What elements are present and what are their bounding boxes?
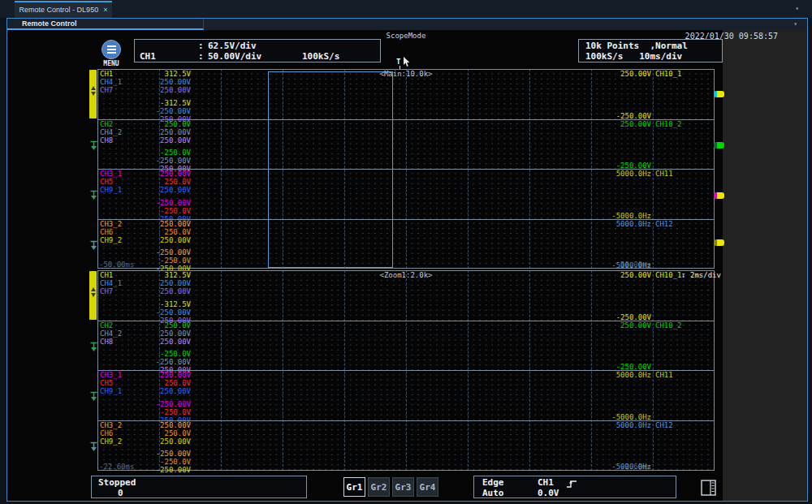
channel-lower-value: -250.00V bbox=[130, 157, 191, 165]
channel-upper-value: 250.0V bbox=[130, 429, 191, 437]
right-scale-lower: -5000.0Hz bbox=[581, 261, 651, 269]
title-bar: Remote Control - DL950× ▾ bbox=[0, 0, 812, 18]
ground-marker-icon[interactable] bbox=[89, 390, 98, 400]
acquisition-status-box[interactable]: Stopped 0 bbox=[91, 476, 307, 498]
hamburger-menu-icon bbox=[102, 40, 121, 59]
scope-screen: ScopeMode 2022/01/30 09:58:57 MENU CH1 :… bbox=[7, 30, 807, 501]
channel-label: CH3_1 bbox=[100, 170, 122, 178]
channel-lower-value: -250.00V bbox=[130, 248, 191, 256]
right-channel-name: CH10_2 bbox=[655, 120, 682, 128]
colon: : bbox=[198, 41, 204, 51]
channel-label: CH6 bbox=[100, 429, 113, 437]
channel-lower-value: -250.00V bbox=[130, 308, 191, 317]
window-tab-title: Remote Control - DL950 bbox=[19, 6, 99, 14]
channel-upper-value: 250.0V bbox=[130, 178, 191, 186]
right-channel-name: CH12 bbox=[655, 220, 673, 228]
right-scale-lower: -5000.0Hz bbox=[581, 463, 651, 471]
channel-lower-value: -250.0V bbox=[130, 256, 191, 265]
channel-label: CH2 bbox=[100, 321, 113, 330]
trigger-type: Edge bbox=[482, 477, 504, 488]
channel-upper-value: 250.00V bbox=[130, 387, 191, 395]
channel-level-marker[interactable] bbox=[714, 192, 724, 199]
trigger-settings-box[interactable]: Edge Auto CH1 0.0V bbox=[473, 476, 676, 498]
channel-level-marker[interactable] bbox=[714, 91, 724, 97]
channel-upper-value: 250.0V bbox=[130, 321, 191, 330]
zoom-timebase-label: 2ms/div bbox=[690, 271, 721, 279]
ground-marker-icon[interactable] bbox=[89, 188, 98, 199]
channel-upper-value: 250.00V bbox=[130, 128, 191, 136]
acq-line1: 10k Points ,Normal bbox=[585, 41, 688, 51]
sample-rate: 100kS/s bbox=[302, 51, 339, 62]
channel-upper-value: 250.00V bbox=[130, 220, 191, 228]
channel-upper-value: 250.00V bbox=[130, 236, 191, 244]
right-channel-name: CH12 bbox=[655, 421, 673, 429]
channel-label: CH1 bbox=[100, 271, 113, 279]
acq-status: Stopped bbox=[98, 477, 136, 488]
right-channel-name: CH11 bbox=[655, 170, 673, 178]
channel-lower-value: -250.00V bbox=[130, 358, 191, 366]
channel-lower-value: -250.00V bbox=[130, 466, 191, 474]
channel-label: CH9_2 bbox=[100, 437, 122, 446]
channel-label: CH4_2 bbox=[100, 128, 122, 136]
acquisition-box[interactable]: 10k Points ,Normal 100kS/s 10ms/div bbox=[578, 39, 723, 62]
channel-upper-value: 250.00V bbox=[130, 136, 191, 144]
right-channel-name: CH10_1 bbox=[655, 271, 682, 279]
ground-marker-icon[interactable] bbox=[89, 440, 98, 450]
channel-label: CH8 bbox=[100, 136, 113, 144]
channel-label: CH9_1 bbox=[100, 186, 122, 194]
channel-upper-value: 250.00V bbox=[130, 338, 191, 346]
group-button-gr2[interactable]: Gr2 bbox=[368, 477, 390, 497]
acq-line2: 100kS/s 10ms/div bbox=[585, 51, 682, 62]
tab-remote-control[interactable]: Remote Control bbox=[7, 19, 204, 30]
channel-level-marker[interactable] bbox=[714, 142, 724, 149]
ground-marker-icon[interactable] bbox=[89, 340, 98, 351]
channel-label: CH4_1 bbox=[100, 78, 122, 86]
group-button-gr4[interactable]: Gr4 bbox=[417, 477, 438, 497]
channel-lower-value: -250.00V bbox=[130, 199, 191, 207]
menu-button[interactable]: MENU bbox=[99, 40, 123, 67]
ground-marker-icon[interactable] bbox=[89, 239, 98, 249]
channel-label: CH4_2 bbox=[100, 330, 122, 338]
right-scale-upper: 250.00V bbox=[581, 271, 651, 279]
channel-label: CH3_1 bbox=[100, 371, 122, 379]
trigger-level-bar[interactable] bbox=[89, 70, 97, 118]
channel-label: CH1 bbox=[100, 70, 113, 78]
channel-upper-value: 250.00V bbox=[130, 78, 191, 86]
channel-upper-value: 250.00V bbox=[130, 437, 191, 446]
channel-upper-value: 250.0V bbox=[130, 379, 191, 387]
channel-label: CH5 bbox=[100, 178, 113, 186]
right-scale-upper: 250.00V bbox=[581, 120, 651, 128]
group-button-gr3[interactable]: Gr3 bbox=[392, 477, 414, 497]
channel-level-marker[interactable] bbox=[714, 239, 724, 246]
vdiv-row2: 50.00V/div bbox=[208, 51, 261, 62]
channel-name: CH1 bbox=[140, 51, 156, 62]
right-scale-upper: 250.00V bbox=[581, 321, 651, 330]
colon: : bbox=[198, 51, 204, 62]
channel-label: CH9_2 bbox=[100, 236, 122, 244]
display-layout-icon[interactable] bbox=[700, 479, 718, 497]
chevron-down-icon[interactable]: ▾ bbox=[795, 4, 799, 14]
trigger-source: CH1 bbox=[538, 477, 554, 488]
right-scale-upper: 5000.0Hz bbox=[581, 371, 651, 379]
close-icon[interactable]: × bbox=[103, 6, 107, 14]
right-scale-upper: 5000.0Hz bbox=[581, 421, 651, 429]
channel-label: CH3_2 bbox=[100, 421, 122, 429]
channel-upper-value: 312.5V bbox=[130, 70, 191, 78]
ground-marker-icon[interactable] bbox=[89, 139, 98, 149]
channel-setting-box[interactable]: CH1 : 62.5V/div : 50.00V/div 100kS/s bbox=[134, 39, 381, 62]
trigger-mode: Auto bbox=[482, 488, 504, 498]
right-channel-name: CH10_1 bbox=[655, 70, 682, 78]
rising-edge-icon bbox=[565, 479, 578, 489]
channel-lower-value: -250.0V bbox=[130, 149, 191, 157]
zoom-timebase-icon: ↧ bbox=[681, 271, 685, 279]
channel-lower-value: -250.00V bbox=[130, 450, 191, 458]
channel-label: CH2 bbox=[100, 120, 113, 128]
group-button-gr1[interactable]: Gr1 bbox=[343, 477, 365, 497]
chevron-down-icon[interactable]: ▾ bbox=[793, 19, 797, 29]
trigger-level-bar[interactable] bbox=[89, 271, 97, 320]
zoom-waveform-section: <Zoom1:2.0k> -22.60ms -2.60ms CH1312.5V-… bbox=[89, 270, 723, 471]
channel-upper-value: 250.00V bbox=[130, 86, 191, 94]
window-tab[interactable]: Remote Control - DL950× bbox=[15, 1, 112, 18]
trigger-position-marker[interactable]: T bbox=[396, 58, 400, 66]
channel-label: CH8 bbox=[100, 338, 113, 346]
